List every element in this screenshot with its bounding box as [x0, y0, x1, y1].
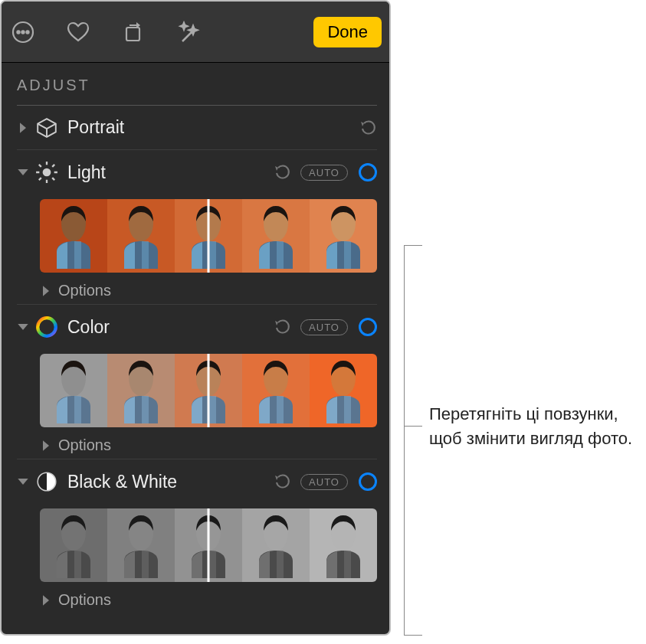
svg-rect-44 [277, 551, 284, 578]
sun-icon [35, 161, 58, 184]
light-options[interactable]: Options [17, 276, 377, 305]
svg-rect-42 [209, 551, 216, 578]
callout-tick [404, 245, 422, 246]
callout-text: Перетягніть ці повзунки, щоб змінити виг… [429, 402, 636, 451]
options-label: Options [58, 591, 111, 609]
reset-icon[interactable] [274, 164, 291, 181]
svg-point-24 [38, 318, 56, 336]
toolbar: Done [2, 2, 389, 63]
chevron-down-icon [17, 321, 29, 333]
svg-point-3 [26, 31, 28, 33]
svg-point-2 [21, 31, 24, 33]
svg-rect-28 [142, 396, 149, 423]
light-slider[interactable] [40, 199, 377, 273]
slider-thumb [242, 508, 310, 582]
callout-tick [404, 635, 422, 636]
svg-rect-30 [209, 396, 216, 423]
panel-title: ADJUST [17, 77, 377, 106]
enable-toggle[interactable] [359, 318, 377, 336]
callout-bracket [404, 245, 405, 636]
svg-rect-46 [344, 551, 351, 578]
chevron-right-icon [40, 440, 52, 452]
auto-button[interactable]: AUTO [300, 165, 348, 181]
reset-icon[interactable] [274, 473, 291, 490]
svg-point-5 [43, 168, 51, 177]
section-label: Light [67, 162, 268, 183]
options-label: Options [58, 282, 111, 299]
enable-toggle[interactable] [359, 163, 377, 181]
slider-thumb [310, 354, 377, 427]
svg-rect-21 [277, 241, 284, 269]
favorite-icon[interactable] [64, 18, 92, 46]
enhance-icon[interactable] [175, 18, 202, 46]
reset-icon[interactable] [360, 119, 377, 136]
slider-thumb [310, 199, 377, 273]
color-wheel-icon [35, 315, 58, 338]
bw-slider[interactable] [40, 508, 377, 582]
auto-button[interactable]: AUTO [300, 319, 348, 335]
adjust-panel: Done ADJUST Portrait Light [0, 0, 391, 636]
more-icon[interactable] [9, 18, 37, 46]
svg-rect-40 [142, 551, 149, 578]
slider-thumb [40, 199, 107, 273]
rotate-icon[interactable] [120, 18, 147, 46]
svg-rect-34 [344, 396, 351, 423]
options-label: Options [58, 436, 111, 454]
svg-rect-38 [74, 551, 81, 578]
section-label: Portrait [67, 117, 354, 138]
slider-thumb [107, 354, 175, 427]
enable-toggle[interactable] [359, 472, 377, 491]
svg-line-10 [39, 165, 41, 167]
section-label: Black & White [67, 472, 268, 492]
section-portrait[interactable]: Portrait [17, 106, 377, 150]
bw-options[interactable]: Options [17, 585, 377, 613]
cube-icon [35, 116, 58, 139]
slider-thumb [242, 199, 310, 273]
section-color[interactable]: Color AUTO [17, 305, 377, 349]
reset-icon[interactable] [274, 319, 291, 335]
slider-thumb [107, 508, 175, 582]
panel-body: ADJUST Portrait Light [2, 63, 389, 613]
done-button[interactable]: Done [313, 17, 382, 47]
svg-rect-26 [74, 396, 81, 423]
svg-point-1 [17, 31, 19, 33]
section-light[interactable]: Light AUTO [17, 150, 377, 195]
slider-thumb [40, 354, 107, 427]
color-slider[interactable] [40, 354, 377, 427]
slider-marker[interactable] [208, 354, 210, 427]
svg-line-13 [39, 178, 41, 180]
svg-rect-23 [344, 241, 351, 269]
chevron-down-icon [17, 166, 29, 178]
svg-rect-4 [126, 28, 139, 41]
slider-thumb [107, 199, 175, 273]
slider-marker[interactable] [208, 508, 210, 582]
svg-rect-15 [74, 241, 81, 269]
chevron-right-icon [17, 122, 29, 134]
bw-icon [35, 470, 58, 493]
svg-rect-19 [209, 241, 216, 269]
section-label: Color [67, 317, 268, 338]
slider-thumb [310, 508, 377, 582]
slider-thumb [40, 508, 107, 582]
slider-thumb [242, 354, 310, 427]
chevron-right-icon [40, 285, 52, 297]
color-options[interactable]: Options [17, 430, 377, 459]
chevron-down-icon [17, 476, 29, 488]
svg-line-11 [52, 178, 54, 180]
callout-tick [404, 426, 422, 427]
svg-line-12 [52, 165, 54, 167]
section-bw[interactable]: Black & White AUTO [17, 459, 377, 504]
svg-rect-32 [277, 396, 284, 423]
slider-marker[interactable] [208, 199, 210, 273]
auto-button[interactable]: AUTO [300, 474, 348, 490]
chevron-right-icon [40, 594, 52, 606]
svg-rect-17 [142, 241, 149, 269]
